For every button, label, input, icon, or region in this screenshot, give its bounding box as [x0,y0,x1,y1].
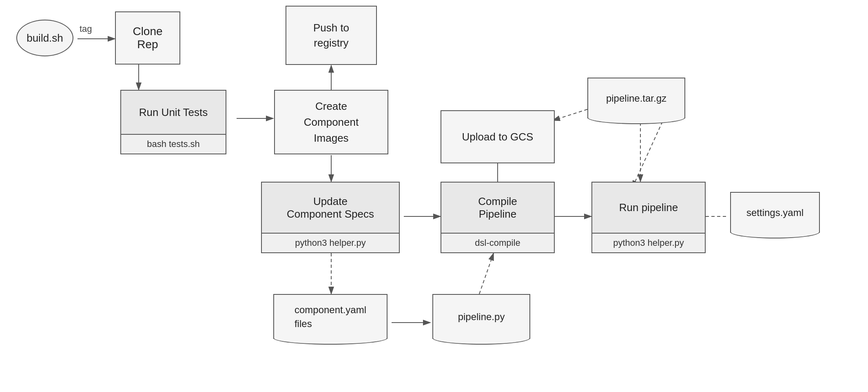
node-compile-pipeline: CompilePipeline dsl-compile [441,182,555,253]
node-build-sh-label: build.sh [27,32,63,45]
svg-line-15 [479,253,494,294]
diagram-container: build.sh tag Clone Rep Push toregistry R… [0,0,868,392]
node-run-unit-tests: Run Unit Tests bash tests.sh [120,90,226,154]
node-upload-gcs-label: Upload to GCS [462,131,534,143]
node-component-yaml-label: component.yamlfiles [294,303,366,330]
node-create-images-label: CreateComponentImages [304,98,359,146]
node-pipeline-tar-label: pipeline.tar.gz [606,93,666,104]
node-upload-gcs: Upload to GCS [441,110,555,163]
node-push-registry-label: Push toregistry [313,20,349,50]
node-compile-pipeline-subtitle: dsl-compile [441,233,554,252]
node-run-unit-tests-subtitle: bash tests.sh [121,134,226,154]
node-settings-yaml: settings.yaml [730,192,820,233]
node-create-images: CreateComponentImages [274,90,388,154]
node-build-sh: build.sh [16,20,73,56]
node-update-specs-title: UpdateComponent Specs [262,183,399,233]
node-clone-rep: Clone Rep [115,11,180,65]
node-run-unit-tests-title: Run Unit Tests [121,91,226,134]
svg-line-16 [632,116,665,188]
label-tag: tag [80,24,92,34]
node-run-pipeline-title: Run pipeline [592,183,705,233]
node-compile-pipeline-title: CompilePipeline [441,183,554,233]
node-pipeline-py-label: pipeline.py [458,311,505,323]
node-update-specs-subtitle: python3 helper.py [262,233,399,252]
node-run-pipeline: Run pipeline python3 helper.py [591,182,706,253]
node-pipeline-tar: pipeline.tar.gz [587,78,685,118]
node-pipeline-py: pipeline.py [432,294,530,339]
node-component-yaml: component.yamlfiles [273,294,388,339]
node-run-pipeline-subtitle: python3 helper.py [592,233,705,252]
node-clone-rep-label: Clone Rep [126,25,170,51]
node-settings-yaml-label: settings.yaml [746,207,804,218]
node-push-registry: Push toregistry [286,6,377,65]
node-update-specs: UpdateComponent Specs python3 helper.py [261,182,400,253]
